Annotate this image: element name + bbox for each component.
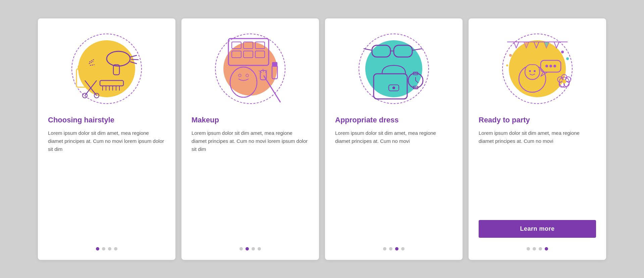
- svg-rect-26: [232, 51, 241, 58]
- svg-point-31: [246, 74, 249, 77]
- svg-marker-57: [534, 42, 539, 48]
- hairstyle-title: Choosing hairstyle: [48, 116, 165, 124]
- dot-4: [114, 247, 117, 251]
- card-dress: Appropriate dress Lorem ipsum dolor sit …: [325, 18, 463, 260]
- dress-text: Lorem ipsum dolor sit dim amet, mea regi…: [335, 129, 452, 240]
- dot-3: [252, 247, 255, 251]
- svg-rect-27: [244, 51, 253, 58]
- party-text: Lorem ipsum dolor sit dim amet, mea regi…: [479, 129, 596, 217]
- svg-marker-55: [514, 42, 519, 48]
- party-illustration: [497, 29, 578, 109]
- cards-container: Choosing hairstyle Lorem ipsum dolor sit…: [24, 5, 620, 273]
- svg-point-63: [534, 70, 536, 72]
- dress-title: Appropriate dress: [335, 116, 452, 124]
- svg-line-44: [412, 49, 422, 50]
- svg-rect-37: [272, 65, 277, 79]
- svg-point-39: [235, 81, 240, 87]
- svg-line-10: [130, 62, 137, 64]
- svg-line-8: [130, 55, 137, 57]
- dot-3: [539, 247, 542, 251]
- dot-4: [545, 247, 548, 251]
- svg-rect-25: [255, 42, 265, 49]
- svg-marker-58: [544, 42, 549, 48]
- dot-3: [108, 247, 111, 251]
- makeup-dots: [192, 247, 309, 251]
- dot-1: [96, 247, 99, 251]
- dot-1: [527, 247, 530, 251]
- svg-point-62: [529, 70, 531, 72]
- svg-rect-38: [272, 62, 277, 67]
- svg-rect-0: [76, 69, 86, 87]
- svg-rect-40: [372, 45, 390, 57]
- card-makeup: Makeup Lorem ipsum dolor sit dim amet, m…: [181, 18, 319, 260]
- svg-point-67: [549, 65, 552, 67]
- svg-marker-56: [524, 42, 529, 48]
- svg-point-75: [562, 79, 566, 84]
- svg-rect-41: [394, 45, 412, 57]
- hairstyle-illustration: [66, 29, 147, 109]
- svg-rect-24: [244, 42, 253, 49]
- svg-point-29: [230, 67, 257, 97]
- card-party: Ready to party Lorem ipsum dolor sit dim…: [469, 18, 606, 260]
- svg-point-30: [238, 74, 241, 77]
- svg-point-68: [553, 65, 556, 67]
- svg-point-66: [545, 65, 548, 67]
- svg-rect-22: [228, 39, 269, 65]
- dot-2: [102, 247, 105, 251]
- svg-point-78: [561, 51, 564, 53]
- card-hairstyle: Choosing hairstyle Lorem ipsum dolor sit…: [38, 18, 175, 260]
- learn-more-button[interactable]: Learn more: [479, 220, 596, 238]
- svg-marker-59: [554, 42, 559, 48]
- hairstyle-dots: [48, 247, 165, 251]
- dress-dots: [335, 247, 452, 251]
- party-title: Ready to party: [479, 116, 596, 124]
- svg-line-9: [131, 59, 139, 60]
- makeup-title: Makeup: [192, 116, 309, 124]
- svg-point-47: [392, 87, 395, 89]
- svg-line-35: [263, 69, 264, 72]
- svg-rect-1: [78, 65, 84, 70]
- dot-2: [389, 247, 392, 251]
- party-dots: [479, 247, 596, 251]
- dot-2: [533, 247, 536, 251]
- svg-line-43: [364, 49, 372, 50]
- makeup-text: Lorem ipsum dolor sit dim amet, mea regi…: [192, 129, 309, 240]
- svg-rect-28: [255, 51, 265, 58]
- dot-4: [258, 247, 261, 251]
- svg-rect-11: [100, 80, 123, 86]
- svg-point-79: [506, 64, 508, 66]
- svg-rect-23: [232, 42, 241, 49]
- hairstyle-text: Lorem ipsum dolor sit dim amet, mea regi…: [48, 129, 165, 240]
- svg-point-76: [509, 54, 512, 57]
- makeup-illustration: [210, 29, 290, 109]
- dot-1: [239, 247, 243, 251]
- svg-line-53: [416, 80, 418, 83]
- dot-4: [401, 247, 405, 251]
- dot-1: [383, 247, 386, 251]
- svg-rect-45: [374, 74, 407, 99]
- dot-2: [246, 247, 249, 251]
- svg-line-2: [84, 64, 88, 68]
- svg-point-77: [566, 57, 569, 60]
- dress-illustration: [354, 29, 434, 109]
- dot-3: [395, 247, 398, 251]
- svg-line-4: [90, 65, 95, 65]
- svg-point-6: [107, 51, 130, 66]
